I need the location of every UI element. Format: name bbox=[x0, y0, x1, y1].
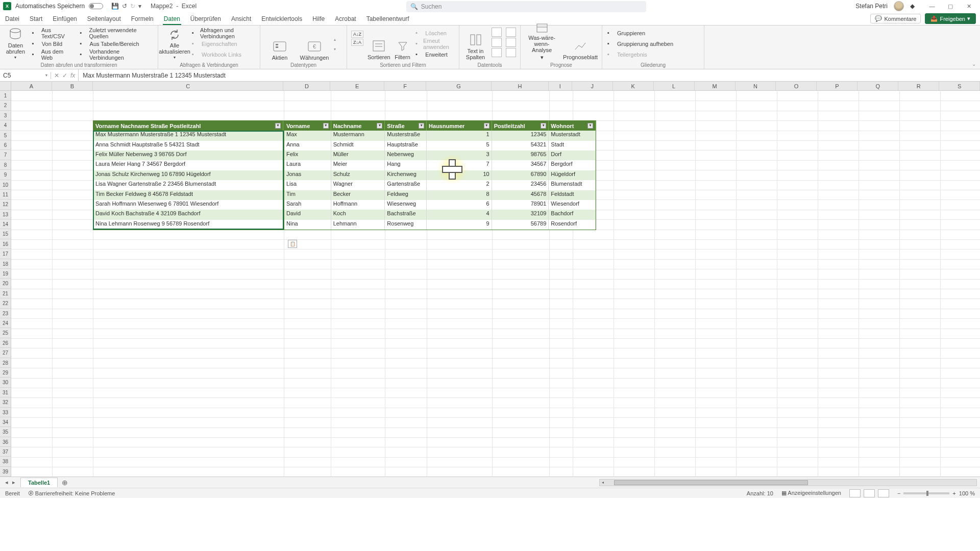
row-header[interactable]: 21 bbox=[0, 289, 11, 298]
ribbon-item[interactable]: ▪Aus Text/CSV bbox=[31, 29, 75, 38]
accessibility-icon[interactable]: ⦿ Barrierefreiheit: Keine Probleme bbox=[28, 490, 115, 496]
row-header[interactable]: 39 bbox=[0, 467, 11, 477]
row-header[interactable]: 27 bbox=[0, 348, 11, 358]
remove-dup-icon[interactable] bbox=[492, 38, 502, 47]
row-header[interactable]: 19 bbox=[0, 269, 11, 279]
ribbon-item[interactable]: ▪Gruppierung aufheben bbox=[606, 39, 674, 48]
ribbon-item[interactable]: ▪Von Bild bbox=[31, 39, 75, 48]
row-header[interactable]: 6 bbox=[0, 140, 11, 150]
filter-dropdown-icon[interactable]: ▼ bbox=[419, 123, 424, 129]
datamodel-icon[interactable] bbox=[506, 48, 516, 57]
row-header[interactable]: 26 bbox=[0, 338, 11, 348]
table-header[interactable]: Nachname▼ bbox=[331, 121, 385, 131]
table-row[interactable]: David Koch Bachstraße 4 32109 Bachdorf bbox=[93, 210, 283, 219]
undo-icon[interactable]: ↺ bbox=[122, 3, 127, 10]
row-header[interactable]: 3 bbox=[0, 111, 11, 120]
consolidate-icon[interactable] bbox=[506, 28, 516, 37]
cancel-fx-icon[interactable]: ✕ bbox=[54, 72, 59, 79]
filter-dropdown-icon[interactable]: ▼ bbox=[377, 123, 382, 129]
row-header[interactable]: 13 bbox=[0, 210, 11, 219]
close-icon[interactable]: ✕ bbox=[961, 3, 977, 10]
table-row[interactable]: DavidKochBachstraße432109Bachdorf bbox=[284, 210, 596, 219]
text-to-columns-button[interactable]: Text in Spalten bbox=[463, 28, 487, 60]
fx-icon[interactable]: fx bbox=[70, 72, 75, 79]
diamond-icon[interactable]: ◆ bbox=[910, 3, 915, 10]
col-header[interactable]: N bbox=[736, 82, 776, 90]
sort-za-icon[interactable]: Z↓A bbox=[351, 39, 363, 46]
row-header[interactable]: 11 bbox=[0, 190, 11, 199]
row-header[interactable]: 2 bbox=[0, 101, 11, 110]
tab-einfügen[interactable]: Einfügen bbox=[52, 13, 78, 25]
col-header[interactable]: L bbox=[654, 82, 695, 90]
col-header[interactable]: A bbox=[11, 82, 52, 90]
row-header[interactable]: 31 bbox=[0, 388, 11, 397]
table-row[interactable]: Laura Meier Hang 7 34567 Bergdorf bbox=[93, 160, 283, 170]
row-header[interactable]: 15 bbox=[0, 229, 11, 239]
paste-options-icon[interactable]: 📋 bbox=[288, 240, 297, 248]
col-header[interactable]: S bbox=[939, 82, 980, 90]
avatar[interactable] bbox=[894, 1, 904, 11]
search-input[interactable]: 🔍 Suchen bbox=[406, 1, 646, 12]
tab-acrobat[interactable]: Acrobat bbox=[334, 13, 357, 25]
add-sheet-icon[interactable]: ⊕ bbox=[58, 479, 72, 487]
ribbon-item[interactable]: ▪Aus dem Web bbox=[31, 50, 75, 59]
row-header[interactable]: 32 bbox=[0, 397, 11, 407]
row-header[interactable]: 16 bbox=[0, 239, 11, 249]
name-box[interactable]: C5▾ bbox=[0, 72, 51, 79]
autosave-toggle[interactable] bbox=[89, 3, 103, 9]
col-header[interactable]: F bbox=[384, 82, 426, 90]
ribbon-item[interactable]: ▪Gruppieren bbox=[606, 29, 674, 38]
comments-button[interactable]: 💬 Kommentare bbox=[870, 14, 921, 23]
ribbon-item[interactable]: ▪Zuletzt verwendete Quellen bbox=[79, 29, 154, 38]
scroll-down-icon[interactable]: ▾ bbox=[334, 47, 336, 52]
col-header[interactable]: H bbox=[492, 82, 549, 90]
col-header[interactable]: K bbox=[613, 82, 654, 90]
tab-überprüfen[interactable]: Überprüfen bbox=[189, 13, 222, 25]
view-break-icon[interactable] bbox=[878, 489, 889, 497]
col-header[interactable]: M bbox=[695, 82, 736, 90]
forecast-button[interactable]: Prognoseblatt bbox=[563, 28, 598, 60]
col-header[interactable]: B bbox=[52, 82, 93, 90]
redo-icon[interactable]: ↻ bbox=[130, 3, 135, 10]
get-data-button[interactable]: Daten abrufen ▾ bbox=[4, 28, 27, 60]
stocks-button[interactable]: Aktien bbox=[264, 28, 295, 61]
row-header[interactable]: 7 bbox=[0, 150, 11, 160]
filter-dropdown-icon[interactable]: ▼ bbox=[587, 123, 593, 129]
table-row[interactable]: Tim Becker Feldweg 8 45678 Feldstadt bbox=[93, 190, 283, 200]
hscrollbar[interactable]: ◂ bbox=[599, 479, 977, 486]
col-header[interactable]: G bbox=[426, 82, 492, 90]
view-normal-icon[interactable] bbox=[849, 489, 861, 497]
tab-daten[interactable]: Daten bbox=[163, 13, 181, 25]
filter-dropdown-icon[interactable]: ▼ bbox=[541, 123, 546, 129]
tab-start[interactable]: Start bbox=[29, 13, 43, 25]
row-header[interactable]: 18 bbox=[0, 259, 11, 269]
filter-dropdown-icon[interactable]: ▼ bbox=[323, 123, 329, 129]
table-header[interactable]: Wohnort▼ bbox=[549, 121, 596, 131]
scroll-up-icon[interactable]: ▴ bbox=[334, 37, 336, 42]
table-row[interactable]: LauraMeierHang734567Bergdorf bbox=[284, 160, 596, 170]
currencies-button[interactable]: € Währungen bbox=[297, 28, 332, 61]
select-all-corner[interactable] bbox=[0, 82, 11, 90]
col-header[interactable]: C bbox=[93, 82, 284, 90]
table-row[interactable]: Max Mustermann Musterstraße 1 12345 Must… bbox=[93, 131, 283, 140]
zoom-out-icon[interactable]: − bbox=[897, 490, 900, 496]
qa-more-icon[interactable]: ▾ bbox=[138, 3, 141, 10]
sheet-tab[interactable]: Tabelle1 bbox=[20, 478, 58, 487]
formula-bar[interactable]: Max Mustermann Musterstraße 1 12345 Must… bbox=[79, 72, 980, 79]
row-header[interactable]: 5 bbox=[0, 131, 11, 140]
col-header[interactable]: I bbox=[549, 82, 572, 90]
table-row[interactable]: LisaWagnerGartenstraße223456Blumenstadt bbox=[284, 180, 596, 190]
table-header[interactable]: Postleitzahl▼ bbox=[492, 121, 549, 131]
row-header[interactable]: 36 bbox=[0, 437, 11, 447]
col-header[interactable]: Q bbox=[857, 82, 898, 90]
whatif-button[interactable]: Was-wäre-wenn-Analyse▾ bbox=[525, 28, 559, 60]
tab-hilfe[interactable]: Hilfe bbox=[311, 13, 326, 25]
row-header[interactable]: 17 bbox=[0, 249, 11, 259]
table-row[interactable]: Anna Schmidt Hauptstraße 5 54321 Stadt bbox=[93, 141, 283, 151]
table-row[interactable]: FelixMüllerNebenweg398765Dorf bbox=[284, 151, 596, 160]
row-header[interactable]: 8 bbox=[0, 160, 11, 170]
row-header[interactable]: 22 bbox=[0, 298, 11, 308]
table-row[interactable]: SarahHoffmannWiesenweg678901Wiesendorf bbox=[284, 200, 596, 210]
table-row[interactable]: Felix Müller Nebenweg 3 98765 Dorf bbox=[93, 151, 283, 160]
view-layout-icon[interactable] bbox=[864, 489, 875, 497]
